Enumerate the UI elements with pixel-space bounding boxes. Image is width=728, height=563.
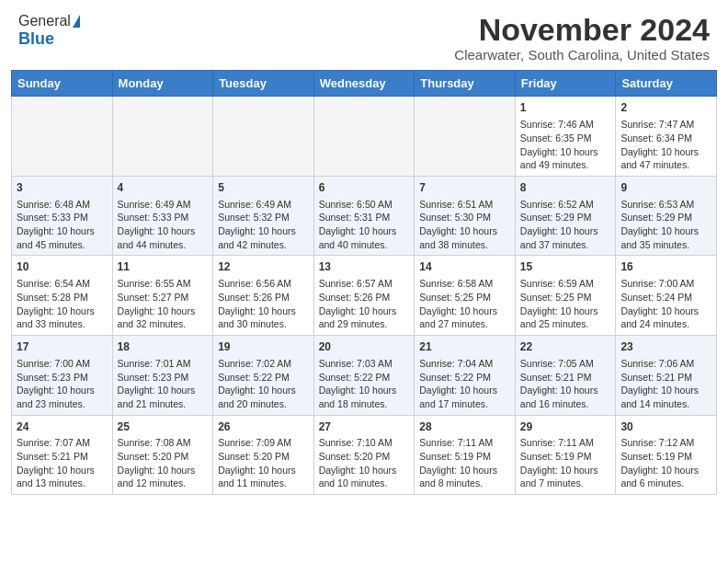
logo-blue-text: Blue [18, 29, 54, 48]
calendar-cell: 21Sunrise: 7:04 AMSunset: 5:22 PMDayligh… [415, 336, 516, 416]
calendar-cell: 20Sunrise: 7:03 AMSunset: 5:22 PMDayligh… [313, 336, 415, 416]
sunset-text: Sunset: 5:19 PM [520, 450, 611, 464]
sunrise-text: Sunrise: 6:58 AM [419, 277, 510, 291]
calendar-cell: 30Sunrise: 7:12 AMSunset: 5:19 PMDayligh… [616, 415, 717, 495]
daylight-text: Daylight: 10 hours and 23 minutes. [17, 384, 108, 410]
sunrise-text: Sunrise: 6:55 AM [118, 277, 209, 291]
calendar-cell [415, 97, 516, 177]
day-number: 18 [118, 339, 209, 355]
calendar-cell [112, 97, 213, 177]
sunrise-text: Sunrise: 6:49 AM [218, 198, 309, 212]
daylight-text: Daylight: 10 hours and 16 minutes. [520, 384, 611, 410]
calendar-header-friday: Friday [515, 71, 616, 97]
sunset-text: Sunset: 5:33 PM [17, 211, 108, 224]
sunrise-text: Sunrise: 7:03 AM [319, 357, 410, 371]
sunset-text: Sunset: 5:20 PM [218, 450, 309, 464]
calendar-week-row: 10Sunrise: 6:54 AMSunset: 5:28 PMDayligh… [12, 256, 717, 336]
calendar-header-sunday: Sunday [12, 71, 113, 97]
daylight-text: Daylight: 10 hours and 38 minutes. [419, 224, 510, 251]
day-number: 28 [419, 419, 510, 435]
sunrise-text: Sunrise: 7:08 AM [118, 436, 209, 450]
day-number: 4 [118, 180, 209, 196]
daylight-text: Daylight: 10 hours and 24 minutes. [620, 304, 711, 331]
sunrise-text: Sunrise: 7:00 AM [17, 357, 108, 371]
calendar-cell [313, 97, 415, 177]
day-number: 2 [620, 100, 711, 116]
sunrise-text: Sunrise: 7:07 AM [17, 436, 108, 450]
day-number: 23 [620, 339, 711, 355]
title-block: November 2024 Clearwater, South Carolina… [454, 13, 710, 63]
daylight-text: Daylight: 10 hours and 8 minutes. [419, 464, 510, 490]
calendar-cell: 16Sunrise: 7:00 AMSunset: 5:24 PMDayligh… [616, 256, 717, 336]
day-number: 20 [319, 339, 410, 355]
day-number: 8 [520, 180, 611, 196]
sunset-text: Sunset: 6:34 PM [620, 132, 711, 145]
calendar-cell: 7Sunrise: 6:51 AMSunset: 5:30 PMDaylight… [415, 176, 516, 256]
daylight-text: Daylight: 10 hours and 10 minutes. [319, 464, 410, 490]
day-number: 26 [218, 419, 309, 435]
daylight-text: Daylight: 10 hours and 29 minutes. [319, 304, 410, 331]
daylight-text: Daylight: 10 hours and 12 minutes. [118, 464, 209, 490]
page-header: General Blue November 2024 Clearwater, S… [0, 0, 728, 70]
sunset-text: Sunset: 5:25 PM [520, 291, 611, 304]
day-number: 19 [218, 339, 309, 355]
sunrise-text: Sunrise: 6:53 AM [620, 198, 711, 212]
calendar-cell: 4Sunrise: 6:49 AMSunset: 5:33 PMDaylight… [112, 176, 213, 256]
calendar-cell: 27Sunrise: 7:10 AMSunset: 5:20 PMDayligh… [313, 415, 415, 495]
sunset-text: Sunset: 5:21 PM [520, 371, 611, 385]
daylight-text: Daylight: 10 hours and 6 minutes. [620, 464, 711, 490]
daylight-text: Daylight: 10 hours and 35 minutes. [620, 224, 711, 251]
sunrise-text: Sunrise: 6:50 AM [319, 198, 410, 212]
sunrise-text: Sunrise: 7:02 AM [218, 357, 309, 371]
daylight-text: Daylight: 10 hours and 14 minutes. [620, 384, 711, 410]
calendar-week-row: 17Sunrise: 7:00 AMSunset: 5:23 PMDayligh… [12, 336, 717, 416]
daylight-text: Daylight: 10 hours and 20 minutes. [218, 384, 309, 410]
day-number: 16 [620, 259, 711, 275]
sunset-text: Sunset: 5:25 PM [419, 291, 510, 304]
sunrise-text: Sunrise: 7:11 AM [419, 436, 510, 450]
calendar-cell: 29Sunrise: 7:11 AMSunset: 5:19 PMDayligh… [515, 415, 616, 495]
sunset-text: Sunset: 5:29 PM [520, 211, 611, 224]
calendar-week-row: 1Sunrise: 7:46 AMSunset: 6:35 PMDaylight… [12, 97, 717, 177]
daylight-text: Daylight: 10 hours and 33 minutes. [17, 304, 108, 331]
sunrise-text: Sunrise: 7:00 AM [620, 277, 711, 291]
daylight-text: Daylight: 10 hours and 13 minutes. [17, 464, 108, 490]
sunset-text: Sunset: 5:19 PM [419, 450, 510, 464]
sunset-text: Sunset: 5:20 PM [118, 450, 209, 464]
sunset-text: Sunset: 5:29 PM [620, 211, 711, 224]
day-number: 24 [17, 419, 108, 435]
sunrise-text: Sunrise: 6:52 AM [520, 198, 611, 212]
day-number: 6 [319, 180, 410, 196]
logo-general-text: General [18, 13, 71, 29]
sunset-text: Sunset: 5:26 PM [218, 291, 309, 304]
sunset-text: Sunset: 5:24 PM [620, 291, 711, 304]
sunset-text: Sunset: 5:32 PM [218, 211, 309, 224]
sunset-text: Sunset: 5:33 PM [118, 211, 209, 224]
day-number: 5 [218, 180, 309, 196]
daylight-text: Daylight: 10 hours and 45 minutes. [17, 224, 108, 251]
day-number: 30 [620, 419, 711, 435]
day-number: 14 [419, 259, 510, 275]
calendar-cell: 18Sunrise: 7:01 AMSunset: 5:23 PMDayligh… [112, 336, 213, 416]
calendar-cell: 12Sunrise: 6:56 AMSunset: 5:26 PMDayligh… [213, 256, 314, 336]
sunrise-text: Sunrise: 7:10 AM [319, 436, 410, 450]
calendar-cell: 28Sunrise: 7:11 AMSunset: 5:19 PMDayligh… [415, 415, 516, 495]
day-number: 27 [319, 419, 410, 435]
sunrise-text: Sunrise: 6:51 AM [419, 198, 510, 212]
logo: General Blue [18, 13, 80, 49]
sunrise-text: Sunrise: 6:54 AM [17, 277, 108, 291]
sunrise-text: Sunrise: 7:01 AM [118, 357, 209, 371]
calendar-cell: 26Sunrise: 7:09 AMSunset: 5:20 PMDayligh… [213, 415, 314, 495]
daylight-text: Daylight: 10 hours and 17 minutes. [419, 384, 510, 410]
sunrise-text: Sunrise: 7:46 AM [520, 118, 611, 132]
day-number: 9 [620, 180, 711, 196]
calendar-cell: 3Sunrise: 6:48 AMSunset: 5:33 PMDaylight… [12, 176, 113, 256]
daylight-text: Daylight: 10 hours and 18 minutes. [319, 384, 410, 410]
sunset-text: Sunset: 5:27 PM [118, 291, 209, 304]
sunset-text: Sunset: 5:22 PM [319, 371, 410, 385]
daylight-text: Daylight: 10 hours and 11 minutes. [218, 464, 309, 490]
calendar-header-monday: Monday [112, 71, 213, 97]
sunrise-text: Sunrise: 6:59 AM [520, 277, 611, 291]
daylight-text: Daylight: 10 hours and 25 minutes. [520, 304, 611, 331]
day-number: 22 [520, 339, 611, 355]
